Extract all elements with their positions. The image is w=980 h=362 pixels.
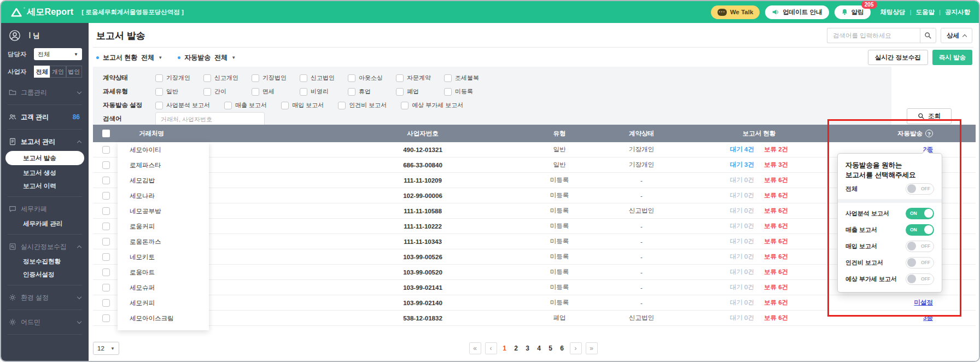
client-name[interactable]: 로움마트	[118, 265, 209, 280]
page-number[interactable]: 5	[547, 345, 555, 352]
sidebar-item[interactable]: 인증서설정	[1, 268, 89, 281]
auto-send-filter[interactable]: 자동발송 전체 ▼	[178, 53, 236, 62]
sidebar-item[interactable]: 보고서 이력	[1, 179, 89, 192]
first-page-button[interactable]: «	[469, 342, 481, 354]
all-toggle[interactable]: OFF	[906, 183, 934, 195]
filter-checkbox-option[interactable]: 아웃소싱	[348, 74, 396, 82]
auto-send-link[interactable]: 미설정	[914, 299, 934, 307]
page-number[interactable]: 2	[512, 345, 520, 352]
row-checkbox[interactable]	[102, 238, 110, 246]
detail-toggle-button[interactable]: 상세	[941, 28, 972, 43]
checkbox-icon[interactable]	[444, 88, 452, 96]
sidebar-group[interactable]: 어드민	[1, 314, 89, 330]
sidebar-group[interactable]: 실시간정보수집	[1, 238, 89, 255]
checkbox-icon[interactable]	[444, 74, 452, 82]
checkbox-icon[interactable]	[252, 88, 259, 96]
report-toggle[interactable]: ON	[906, 208, 934, 219]
checkbox-icon[interactable]	[396, 74, 404, 82]
sidebar-group[interactable]: 고객 관리86	[1, 109, 89, 125]
filter-checkbox-option[interactable]: 조세불복	[444, 74, 492, 82]
update-notice-button[interactable]: 업데이트 안내	[765, 5, 829, 19]
client-name[interactable]: 세모아이티	[118, 142, 209, 157]
checkbox-icon[interactable]	[155, 88, 163, 96]
filter-checkbox-option[interactable]: 자문계약	[396, 74, 444, 82]
checkbox-icon[interactable]	[281, 102, 289, 109]
app-logo-text[interactable]: 세모Report	[27, 7, 73, 18]
client-name[interactable]: 로움돈까스	[118, 234, 209, 249]
client-name[interactable]: 세모커피	[118, 295, 209, 311]
page-size-select[interactable]: 12 ▼	[93, 342, 119, 355]
report-toggle[interactable]: OFF	[906, 273, 934, 285]
row-checkbox[interactable]	[102, 284, 110, 291]
top-link[interactable]: 공지사항	[945, 8, 970, 16]
row-checkbox[interactable]	[102, 177, 110, 184]
auto-send-link[interactable]: 3종	[923, 314, 933, 322]
app-logo-icon[interactable]: °	[11, 8, 22, 17]
instant-send-button[interactable]: 즉시 발송	[932, 50, 972, 65]
manager-select[interactable]: 전체 ▼	[34, 48, 82, 60]
page-number[interactable]: 1	[501, 345, 509, 352]
top-link[interactable]: 도움말	[916, 8, 935, 16]
page-number[interactable]: 3	[524, 345, 532, 352]
sidebar-item[interactable]: 보고서 발송	[5, 151, 84, 165]
business-option-button[interactable]: 전체	[34, 66, 50, 78]
lookup-button[interactable]: 조회	[907, 108, 952, 124]
client-name[interactable]: 세모나라	[118, 188, 209, 203]
next-page-button[interactable]: ›	[570, 342, 582, 354]
sidebar-group[interactable]: 보고서 관리	[1, 133, 89, 150]
filter-checkbox-option[interactable]: 신고개인	[203, 74, 252, 82]
checkbox-icon[interactable]	[300, 74, 307, 82]
row-checkbox[interactable]	[102, 161, 110, 169]
filter-checkbox-option[interactable]: 미등록	[444, 87, 492, 96]
checkbox-icon[interactable]	[155, 102, 163, 109]
checkbox-icon[interactable]	[338, 102, 346, 109]
checkbox-icon[interactable]	[348, 74, 355, 82]
table-row[interactable]: 538-12-01832폐업신고법인대기 0건보류 6건3종	[93, 311, 976, 326]
filter-checkbox-option[interactable]: 사업분석 보고서	[155, 101, 210, 109]
sidebar-item[interactable]: 정보수집현황	[1, 255, 89, 268]
checkbox-icon[interactable]	[203, 88, 211, 96]
filter-checkbox-option[interactable]: 기장개인	[155, 74, 203, 82]
select-all-checkbox[interactable]	[102, 130, 110, 137]
help-icon[interactable]: ?	[925, 130, 933, 137]
page-number[interactable]: 6	[558, 345, 566, 352]
row-checkbox[interactable]	[102, 207, 110, 215]
filter-checkbox-option[interactable]: 예상 부가세 보고서	[401, 101, 463, 109]
checkbox-icon[interactable]	[396, 88, 404, 96]
wetalk-button[interactable]: ··· We Talk	[711, 5, 760, 19]
client-name[interactable]: 세모슈퍼	[118, 280, 209, 295]
filter-checkbox-option[interactable]: 휴업	[348, 87, 396, 96]
filter-checkbox-option[interactable]: 면세	[252, 87, 300, 96]
filter-checkbox-option[interactable]: 간이	[203, 87, 252, 96]
search-input[interactable]	[827, 28, 920, 43]
table-row[interactable]: 103-99-02140미등록-대기 0건보류 6건미설정	[93, 295, 976, 311]
checkbox-icon[interactable]	[252, 74, 259, 82]
client-name[interactable]: 네모키토	[118, 249, 209, 265]
checkbox-icon[interactable]	[224, 102, 232, 109]
filter-checkbox-option[interactable]: 매출 보고서	[224, 101, 267, 109]
filter-checkbox-option[interactable]: 신고법인	[300, 74, 348, 82]
checkbox-icon[interactable]	[348, 88, 355, 96]
row-checkbox[interactable]	[102, 299, 110, 307]
sidebar-group[interactable]: 세무카페	[1, 201, 89, 217]
checkbox-icon[interactable]	[300, 88, 307, 96]
filter-checkbox-option[interactable]: 폐업	[396, 87, 444, 96]
filter-checkbox-option[interactable]: 비영리	[300, 87, 348, 96]
report-toggle[interactable]: OFF	[906, 257, 934, 268]
client-name[interactable]: 로제파스타	[118, 157, 209, 173]
top-link[interactable]: 채팅상담	[880, 8, 906, 16]
checkbox-icon[interactable]	[401, 102, 409, 109]
client-name[interactable]: 세모아이스크림	[118, 311, 209, 326]
checkbox-icon[interactable]	[155, 74, 163, 82]
page-number[interactable]: 4	[535, 345, 543, 352]
report-status-filter[interactable]: 보고서 현황 전체 ▼	[96, 53, 162, 62]
client-name[interactable]: 세모김밥	[118, 173, 209, 188]
row-checkbox[interactable]	[102, 268, 110, 276]
client-name[interactable]: 네모공부방	[118, 203, 209, 219]
filter-checkbox-option[interactable]: 기장법인	[252, 74, 300, 82]
filter-checkbox-option[interactable]: 매입 보고서	[281, 101, 324, 109]
search-button[interactable]	[920, 28, 936, 43]
client-name[interactable]: 로움커피	[118, 219, 209, 234]
sidebar-item[interactable]: 세무카페 관리	[1, 217, 89, 230]
sidebar-group[interactable]: 그룹관리	[1, 84, 89, 101]
